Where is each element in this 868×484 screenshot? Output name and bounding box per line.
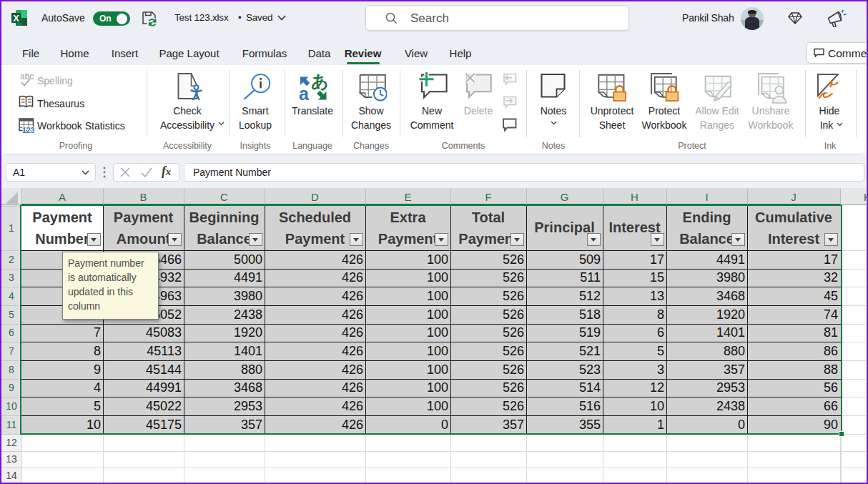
svg-text:あ: あ — [311, 71, 328, 91]
svg-text:abc: abc — [20, 72, 34, 82]
svg-text:123: 123 — [22, 126, 34, 134]
svg-text:a: a — [299, 84, 310, 102]
svg-text:X: X — [13, 13, 19, 24]
